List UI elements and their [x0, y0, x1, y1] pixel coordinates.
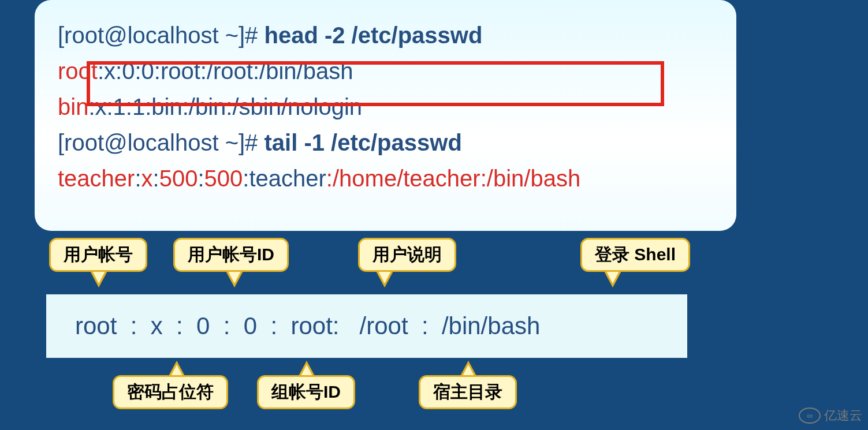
callout-group-id: 组帐号ID [257, 375, 355, 409]
terminal-line-1: [root@localhost ~]# head -2 /etc/passwd [58, 17, 713, 53]
bin-username: bin [58, 94, 88, 119]
teacher-s6: : [480, 166, 487, 191]
teacher-f1: teacher [58, 166, 135, 191]
callout-user-desc: 用户说明 [358, 238, 456, 272]
teacher-s3: : [198, 166, 204, 191]
terminal-line-2: [root@localhost ~]# tail -1 /etc/passwd [58, 125, 713, 160]
field-breakdown-text: root : x : 0 : 0 : root: /root : /bin/ba… [75, 312, 540, 340]
prompt-2: [root@localhost ~]# [58, 130, 264, 155]
slide-root: [root@localhost ~]# head -2 /etc/passwd … [0, 0, 868, 430]
teacher-s1: : [135, 166, 141, 191]
teacher-f5: teacher [249, 166, 326, 191]
callout-user-account-id: 用户帐号ID [173, 238, 289, 272]
callout-login-shell: 登录 Shell [580, 238, 690, 272]
teacher-f3: 500 [159, 166, 198, 191]
callout-user-account-tail [90, 270, 108, 287]
watermark: ∞ 亿速云 [799, 407, 862, 424]
callout-home-dir: 宿主目录 [419, 375, 517, 409]
prompt-1: [root@localhost ~]# [58, 23, 264, 48]
teacher-f6: /home/teacher [333, 166, 480, 191]
teacher-s2: : [153, 166, 159, 191]
teacher-s4: : [243, 166, 249, 191]
watermark-logo-icon: ∞ [799, 407, 821, 424]
teacher-f4: 500 [204, 166, 243, 191]
callout-user-account: 用户帐号 [49, 238, 147, 272]
teacher-s5: : [326, 166, 333, 191]
terminal-line-teacher: teacher:x:500:500:teacher:/home/teacher:… [58, 160, 713, 196]
highlight-box [87, 61, 664, 106]
callout-password: 密码占位符 [113, 375, 228, 409]
watermark-text: 亿速云 [824, 407, 862, 424]
command-1: head -2 /etc/passwd [264, 23, 482, 48]
callout-user-account-id-tail [225, 270, 244, 287]
callout-user-desc-tail [375, 270, 394, 287]
teacher-f2: x [141, 166, 153, 191]
field-breakdown-strip: root : x : 0 : 0 : root: /root : /bin/ba… [46, 294, 687, 358]
callout-login-shell-tail [603, 270, 622, 287]
teacher-f7: /bin/bash [487, 166, 580, 191]
terminal-card: [root@localhost ~]# head -2 /etc/passwd … [35, 0, 736, 231]
command-2: tail -1 /etc/passwd [264, 130, 461, 155]
